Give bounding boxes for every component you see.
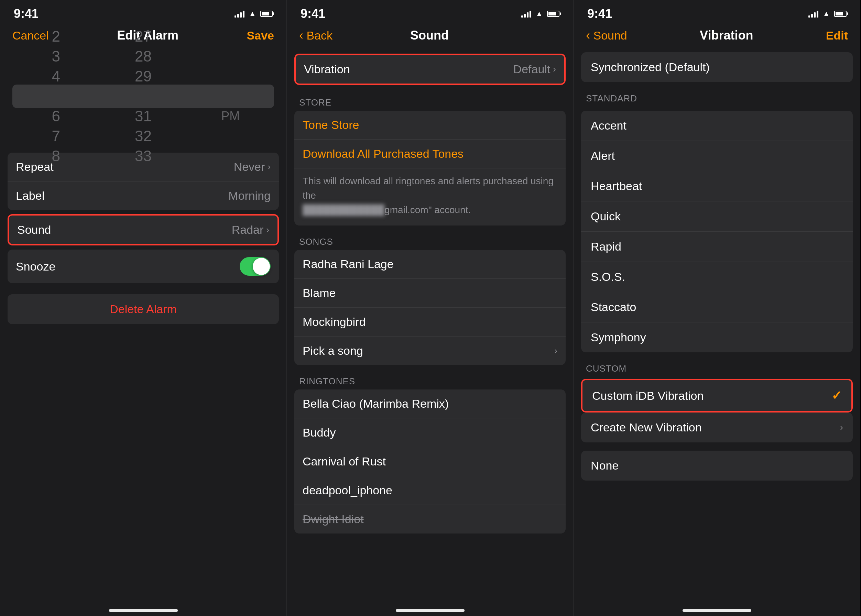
back-label-3: Sound bbox=[593, 29, 627, 42]
label-row[interactable]: Label Morning bbox=[8, 181, 279, 210]
home-indicator-2 bbox=[396, 609, 464, 612]
ampm-pm[interactable]: PM bbox=[187, 106, 274, 126]
toggle-knob bbox=[253, 258, 270, 275]
sound-value-text: Radar bbox=[232, 223, 264, 237]
time-picker-inner[interactable]: 2 3 4 5 6 7 8 27 28 29 30 31 32 33 bbox=[13, 48, 274, 145]
ringtone-label-5: Dwight Idiot bbox=[302, 512, 364, 526]
min-27[interactable]: 27 bbox=[100, 27, 187, 46]
ringtone-row-3[interactable]: Carnival of Rust bbox=[294, 447, 566, 476]
wifi-icon-3: ▲ bbox=[823, 9, 830, 18]
sound-value: Radar › bbox=[232, 223, 269, 237]
ringtones-group: Bella Ciao (Marimba Remix) Buddy Carniva… bbox=[294, 390, 566, 533]
wifi-icon-1: ▲ bbox=[249, 9, 256, 18]
tone-store-link[interactable]: Tone Store bbox=[302, 118, 359, 131]
ringtone-row-5[interactable]: Dwight Idiot bbox=[294, 505, 566, 533]
delete-alarm-button[interactable]: Delete Alarm bbox=[8, 294, 279, 324]
wifi-icon-2: ▲ bbox=[535, 9, 543, 18]
custom-idb-container: Custom iDB Vibration ✓ bbox=[581, 379, 853, 413]
standard-row-accent[interactable]: Accent bbox=[581, 111, 853, 141]
song-row-2[interactable]: Blame bbox=[294, 279, 566, 308]
custom-idb-label: Custom iDB Vibration bbox=[592, 389, 704, 402]
none-group: None bbox=[581, 451, 853, 481]
store-section-header: STORE bbox=[287, 90, 573, 111]
sound-row[interactable]: Sound Radar › bbox=[9, 215, 277, 244]
ringtone-row-1[interactable]: Bella Ciao (Marimba Remix) bbox=[294, 390, 566, 418]
back-chevron-icon-2: ‹ bbox=[299, 28, 303, 42]
status-bar-2: 9:41 ▲ bbox=[287, 0, 573, 25]
ampm-spacer5 bbox=[187, 146, 274, 166]
label-label: Label bbox=[16, 189, 44, 203]
standard-label-rapid: Rapid bbox=[591, 240, 621, 253]
ringtone-row-2[interactable]: Buddy bbox=[294, 418, 566, 447]
back-chevron-icon-3: ‹ bbox=[586, 28, 590, 42]
check-mark-icon: ✓ bbox=[831, 388, 842, 403]
song-row-1[interactable]: Radha Rani Lage bbox=[294, 250, 566, 279]
download-all-link[interactable]: Download All Purchased Tones bbox=[302, 147, 463, 160]
none-row[interactable]: None bbox=[581, 451, 853, 481]
pick-song-chevron-icon: › bbox=[554, 346, 557, 356]
hour-7[interactable]: 7 bbox=[13, 126, 100, 146]
standard-row-alert[interactable]: Alert bbox=[581, 141, 853, 171]
status-bar-3: 9:41 ▲ bbox=[573, 0, 860, 25]
song-row-4[interactable]: Pick a song › bbox=[294, 336, 566, 365]
hour-6[interactable]: 6 bbox=[13, 106, 100, 126]
standard-label-symphony: Symphony bbox=[591, 331, 646, 344]
store-description: This will download all ringtones and ale… bbox=[294, 168, 566, 225]
min-32[interactable]: 32 bbox=[100, 126, 187, 146]
edit-button[interactable]: Edit bbox=[826, 29, 848, 42]
song-row-3[interactable]: Mockingbird bbox=[294, 308, 566, 336]
standard-group: Accent Alert Heartbeat Quick Rapid S.O.S… bbox=[581, 111, 853, 352]
songs-group: Radha Rani Lage Blame Mockingbird Pick a… bbox=[294, 250, 566, 365]
back-label-2: Back bbox=[306, 29, 332, 42]
battery-icon-3 bbox=[834, 11, 847, 17]
min-28[interactable]: 28 bbox=[100, 46, 187, 66]
custom-idb-row[interactable]: Custom iDB Vibration ✓ bbox=[582, 380, 852, 411]
snooze-toggle[interactable] bbox=[240, 257, 271, 276]
signal-icon-2 bbox=[521, 10, 531, 17]
back-button-3[interactable]: ‹ Sound bbox=[586, 28, 627, 42]
snooze-row[interactable]: Snooze bbox=[8, 250, 279, 283]
standard-row-rapid[interactable]: Rapid bbox=[581, 232, 853, 262]
status-icons-3: ▲ bbox=[808, 9, 847, 18]
hour-2[interactable]: 2 bbox=[13, 27, 100, 46]
home-indicator-3 bbox=[683, 609, 751, 612]
ringtone-label-3: Carnival of Rust bbox=[302, 455, 386, 468]
ringtone-label-4: deadpool_iphone bbox=[302, 484, 392, 497]
standard-row-symphony[interactable]: Symphony bbox=[581, 322, 853, 352]
song-label-3: Mockingbird bbox=[302, 315, 365, 328]
song-label-4: Pick a song bbox=[302, 344, 363, 357]
standard-row-sos[interactable]: S.O.S. bbox=[581, 262, 853, 292]
min-29[interactable]: 29 bbox=[100, 66, 187, 86]
standard-row-staccato[interactable]: Staccato bbox=[581, 292, 853, 322]
create-new-chevron-icon: › bbox=[840, 422, 843, 433]
download-all-row[interactable]: Download All Purchased Tones bbox=[294, 140, 566, 168]
sound-scroll: Vibration Default › STORE Tone Store Dow… bbox=[287, 48, 573, 616]
ringtone-row-4[interactable]: deadpool_iphone bbox=[294, 476, 566, 505]
sound-panel: 9:41 ▲ ‹ Back Sound Vibration bbox=[287, 0, 573, 616]
ampm-spacer1 bbox=[187, 27, 274, 46]
standard-label-accent: Accent bbox=[591, 119, 626, 132]
standard-row-heartbeat[interactable]: Heartbeat bbox=[581, 171, 853, 201]
song-label-2: Blame bbox=[302, 286, 335, 300]
back-button-2[interactable]: ‹ Back bbox=[299, 28, 332, 42]
signal-icon-3 bbox=[808, 10, 819, 17]
hour-8[interactable]: 8 bbox=[13, 146, 100, 166]
status-icons-2: ▲ bbox=[521, 9, 559, 18]
sound-row-container: Sound Radar › bbox=[8, 214, 279, 245]
tone-store-row[interactable]: Tone Store bbox=[294, 111, 566, 140]
ampm-spacer4 bbox=[187, 126, 274, 146]
create-new-row[interactable]: Create New Vibration › bbox=[581, 413, 853, 442]
label-value-text: Morning bbox=[228, 189, 271, 203]
standard-label-staccato: Staccato bbox=[591, 300, 636, 314]
page-title-2: Sound bbox=[410, 28, 449, 42]
min-33[interactable]: 33 bbox=[100, 146, 187, 166]
standard-row-quick[interactable]: Quick bbox=[581, 201, 853, 232]
label-value: Morning bbox=[228, 189, 271, 203]
hour-4[interactable]: 4 bbox=[13, 66, 100, 86]
vibration-row[interactable]: Vibration Default › bbox=[296, 55, 564, 83]
vibration-value: Default › bbox=[513, 63, 556, 76]
synchronized-row[interactable]: Synchronized (Default) bbox=[581, 52, 853, 82]
vibration-chevron-icon: › bbox=[553, 64, 556, 75]
min-31[interactable]: 31 bbox=[100, 106, 187, 126]
hour-3[interactable]: 3 bbox=[13, 46, 100, 66]
